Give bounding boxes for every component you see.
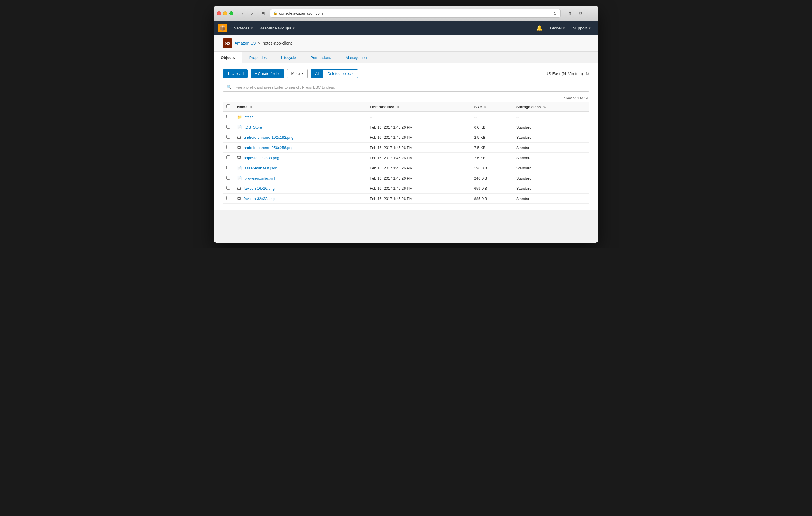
last-modified-sort-icon[interactable]: ⇅ (397, 105, 399, 109)
storage-class-sort-icon[interactable]: ⇅ (543, 105, 546, 109)
storage-class-cell: Standard (513, 193, 589, 204)
browser-window: ‹ › ⊞ 🔒 ↻ ⬆ ⧉ ＋ 📦 Services ▾ Resource (213, 6, 599, 243)
row-checkbox-cell (223, 112, 234, 122)
row-checkbox[interactable] (226, 145, 230, 149)
file-link[interactable]: favicon-16x16.png (244, 186, 275, 191)
table-row: 📄 .DS_Store Feb 16, 2017 1:45:26 PM 6.0 … (223, 122, 589, 132)
close-button[interactable] (217, 11, 221, 16)
tab-permissions[interactable]: Permissions (303, 52, 339, 63)
create-folder-label: + Create folder (255, 71, 280, 76)
file-icon: 📄 (237, 166, 242, 170)
address-input[interactable] (279, 11, 551, 16)
resource-groups-label: Resource Groups (260, 26, 291, 30)
back-button[interactable]: ‹ (239, 9, 247, 18)
file-link[interactable]: asset-manifest.json (245, 166, 278, 170)
file-link[interactable]: .DS_Store (245, 125, 262, 129)
breadcrumb-s3-link[interactable]: Amazon S3 (234, 41, 256, 45)
file-link[interactable]: browserconfig.xml (245, 176, 276, 180)
file-icon: 📄 (237, 125, 242, 129)
share-button[interactable]: ⬆ (566, 9, 574, 18)
tab-view-button[interactable]: ⊞ (259, 9, 267, 18)
row-checkbox-cell (223, 153, 234, 163)
select-all-checkbox[interactable] (226, 104, 230, 108)
services-menu[interactable]: Services ▾ (230, 21, 256, 35)
add-button[interactable]: ＋ (587, 9, 595, 18)
forward-button[interactable]: › (248, 9, 256, 18)
notifications-button[interactable]: 🔔 (533, 21, 545, 35)
image-icon: 🖼 (237, 146, 241, 150)
name-cell: 🖼 android-chrome-192x192.png (234, 132, 366, 143)
folder-icon: 📁 (237, 115, 242, 119)
objects-table: Name ⇅ Last modified ⇅ Size ⇅ (223, 102, 589, 204)
storage-class-cell: -- (513, 112, 589, 122)
size-cell: 885.0 B (471, 193, 513, 204)
row-checkbox[interactable] (226, 135, 230, 139)
row-checkbox[interactable] (226, 186, 230, 190)
tab-lifecycle[interactable]: Lifecycle (274, 52, 303, 63)
name-column-header: Name ⇅ (234, 102, 366, 112)
row-checkbox-cell (223, 122, 234, 132)
row-checkbox[interactable] (226, 176, 230, 180)
create-folder-button[interactable]: + Create folder (251, 69, 284, 78)
last-modified-cell: Feb 16, 2017 1:45:26 PM (366, 183, 471, 193)
support-menu[interactable]: Support ▾ (569, 21, 594, 35)
search-icon: 🔍 (227, 85, 232, 90)
global-label: Global (550, 26, 562, 30)
more-button[interactable]: More ▾ (287, 69, 308, 78)
name-sort-icon[interactable]: ⇅ (250, 105, 252, 109)
size-cell: 246.0 B (471, 173, 513, 183)
size-cell: -- (471, 112, 513, 122)
image-icon: 🖼 (237, 196, 241, 201)
filter-buttons: All Deleted objects (311, 69, 358, 78)
global-menu[interactable]: Global ▾ (547, 21, 568, 35)
toolbar-region: US East (N. Virginia) ↻ (545, 71, 589, 77)
name-cell: 🖼 favicon-16x16.png (234, 183, 366, 193)
table-row: 📄 asset-manifest.json Feb 16, 2017 1:45:… (223, 163, 589, 173)
file-link[interactable]: favicon-32x32.png (244, 196, 275, 201)
minimize-button[interactable] (223, 11, 227, 16)
upload-label: Upload (232, 71, 243, 76)
services-label: Services (234, 26, 250, 30)
aws-logo-icon[interactable]: 📦 (218, 24, 227, 32)
browser-titlebar: ‹ › ⊞ 🔒 ↻ ⬆ ⧉ ＋ (213, 6, 599, 21)
refresh-button[interactable]: ↻ (585, 71, 589, 77)
name-cell: 🖼 apple-touch-icon.png (234, 153, 366, 163)
last-modified-cell: Feb 16, 2017 1:45:26 PM (366, 143, 471, 153)
upload-button[interactable]: ⬆ Upload (223, 69, 248, 78)
table-row: 🖼 apple-touch-icon.png Feb 16, 2017 1:45… (223, 153, 589, 163)
file-link[interactable]: static (245, 115, 254, 119)
tab-properties[interactable]: Properties (242, 52, 274, 63)
storage-class-cell: Standard (513, 163, 589, 173)
search-input[interactable] (234, 85, 585, 90)
services-chevron: ▾ (251, 27, 253, 30)
deleted-objects-filter-button[interactable]: Deleted objects (323, 70, 358, 78)
size-cell: 659.0 B (471, 183, 513, 193)
reload-button[interactable]: ↻ (553, 10, 557, 16)
breadcrumb-separator: > (258, 41, 260, 45)
resource-groups-menu[interactable]: Resource Groups ▾ (256, 21, 298, 35)
size-cell: 2.9 KB (471, 132, 513, 143)
file-link[interactable]: android-chrome-256x256.png (244, 146, 294, 150)
size-cell: 7.5 KB (471, 143, 513, 153)
name-cell: 🖼 android-chrome-256x256.png (234, 143, 366, 153)
row-checkbox[interactable] (226, 165, 230, 170)
tab-objects[interactable]: Objects (213, 52, 242, 63)
table-row: 📁 static -- -- -- (223, 112, 589, 122)
row-checkbox[interactable] (226, 115, 230, 118)
row-checkbox[interactable] (226, 196, 230, 200)
new-tab-button[interactable]: ⧉ (576, 9, 584, 18)
file-link[interactable]: android-chrome-192x192.png (244, 135, 294, 140)
row-checkbox[interactable] (226, 155, 230, 159)
maximize-button[interactable] (229, 11, 233, 16)
row-checkbox-cell (223, 143, 234, 153)
size-sort-icon[interactable]: ⇅ (484, 105, 487, 109)
tab-management[interactable]: Management (338, 52, 375, 63)
region-label: US East (N. Virginia) (545, 71, 583, 76)
row-checkbox[interactable] (226, 125, 230, 128)
all-filter-button[interactable]: All (311, 70, 323, 78)
last-modified-cell: Feb 16, 2017 1:45:26 PM (366, 193, 471, 204)
last-modified-column-header: Last modified ⇅ (366, 102, 471, 112)
s3-service-icon: S3 (223, 38, 232, 48)
file-link[interactable]: apple-touch-icon.png (244, 156, 279, 160)
storage-class-column-header: Storage class ⇅ (513, 102, 589, 112)
